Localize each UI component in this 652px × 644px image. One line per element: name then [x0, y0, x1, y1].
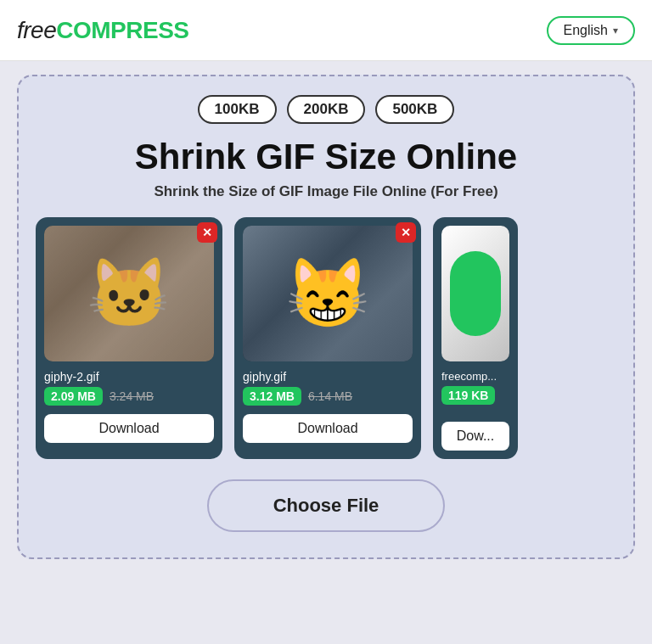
- upload-area: 100KB 200KB 500KB Shrink GIF Size Online…: [17, 75, 635, 559]
- file-preview-2: [243, 226, 413, 361]
- original-size-2: 6.14 MB: [308, 389, 352, 403]
- file-preview-1: [44, 226, 214, 361]
- logo: freeCOMPRESS: [17, 17, 189, 44]
- chevron-down-icon: ▾: [613, 25, 618, 36]
- file-sizes-1: 2.09 MB 3.24 MB: [44, 387, 214, 406]
- file-sizes-2: 3.12 MB 6.14 MB: [243, 387, 413, 406]
- file-card-1: ✕ giphy-2.gif 2.09 MB 3.24 MB Download: [36, 217, 222, 459]
- filename-3: freecomp...: [441, 370, 509, 383]
- original-size-1: 3.24 MB: [110, 389, 154, 403]
- compressed-size-1: 2.09 MB: [44, 387, 103, 406]
- file-sizes-3: 119 KB: [441, 386, 509, 405]
- size-badge-500kb[interactable]: 500KB: [375, 95, 454, 124]
- language-label: English: [564, 23, 608, 38]
- page-title: Shrink GIF Size Online: [36, 137, 616, 176]
- file-card-2: ✕ giphy.gif 3.12 MB 6.14 MB Download: [234, 217, 421, 459]
- compressed-size-3: 119 KB: [441, 386, 495, 405]
- page-subtitle: Shrink the Size of GIF Image File Online…: [36, 183, 616, 200]
- logo-free-text: free: [17, 17, 56, 43]
- filename-1: giphy-2.gif: [44, 370, 214, 384]
- file-card-3-partial: freecomp... 119 KB Dow...: [433, 217, 518, 459]
- language-selector[interactable]: English ▾: [547, 16, 635, 45]
- download-button-2[interactable]: Download: [243, 414, 413, 443]
- remove-file-1-button[interactable]: ✕: [197, 222, 217, 243]
- file-preview-3: [441, 226, 509, 361]
- download-button-3[interactable]: Dow...: [441, 422, 509, 451]
- filename-2: giphy.gif: [243, 370, 413, 384]
- remove-file-2-button[interactable]: ✕: [396, 222, 416, 243]
- size-badge-200kb[interactable]: 200KB: [287, 95, 366, 124]
- size-badge-100kb[interactable]: 100KB: [198, 95, 277, 124]
- header: freeCOMPRESS English ▾: [0, 0, 652, 61]
- choose-file-button[interactable]: Choose File: [207, 479, 445, 532]
- main-content: 100KB 200KB 500KB Shrink GIF Size Online…: [0, 61, 652, 644]
- logo-compress-text: COMPRESS: [56, 17, 188, 43]
- compressed-size-2: 3.12 MB: [243, 387, 301, 406]
- download-button-1[interactable]: Download: [44, 414, 214, 443]
- compressed-files-list: ✕ giphy-2.gif 2.09 MB 3.24 MB Download ✕: [36, 217, 616, 459]
- size-badges-row: 100KB 200KB 500KB: [36, 95, 616, 124]
